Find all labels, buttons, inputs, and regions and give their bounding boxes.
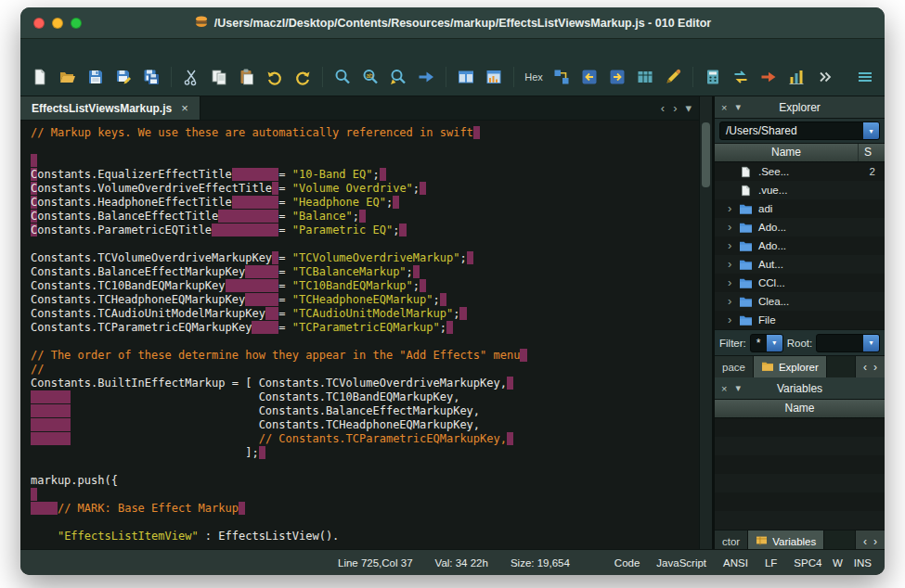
more-chevron-icon[interactable] (812, 65, 836, 89)
link-grid-icon[interactable] (549, 65, 574, 89)
root-input[interactable]: ▾ (816, 334, 880, 352)
tab-workspace[interactable]: pace (715, 356, 754, 377)
status-charset[interactable]: ANSI (723, 557, 748, 569)
file-row[interactable]: ›Ado... (715, 218, 885, 236)
close-window-button[interactable] (33, 18, 45, 29)
paste-icon[interactable] (235, 65, 259, 89)
minimize-window-button[interactable] (52, 18, 63, 29)
code-line-10: Constants.TCVolumeOverdriveMarkupKey = "… (31, 251, 699, 265)
vars-tabs-right-icon[interactable]: › (873, 535, 877, 548)
file-name: Ado... (758, 222, 786, 233)
app-icon (194, 14, 209, 32)
status-code-mode[interactable]: Code (614, 557, 640, 569)
table-icon[interactable] (633, 65, 657, 89)
open-folder-icon[interactable] (56, 65, 80, 89)
file-row[interactable]: ›File (715, 311, 885, 329)
disclosure-icon[interactable]: › (728, 200, 739, 217)
save-icon[interactable] (84, 65, 108, 89)
tab-explorer[interactable]: Explorer (754, 356, 827, 377)
file-row[interactable]: ›Clea... (715, 292, 885, 311)
panel-tabs-right-icon[interactable]: › (873, 361, 877, 374)
goto-icon[interactable] (414, 65, 438, 89)
tab-scroll-left-icon[interactable]: ‹ (661, 101, 665, 115)
editor-tab-bar: EffectsListViewsMarkup.js × ‹ › ▾ (20, 96, 699, 121)
file-size: 2 (870, 166, 875, 177)
code-line-9 (31, 237, 699, 251)
column-header-name[interactable]: Name (715, 144, 859, 161)
disclosure-icon[interactable]: › (728, 256, 739, 273)
pen-icon[interactable] (661, 65, 685, 89)
file-row[interactable]: ›CCl... (715, 274, 885, 292)
import-icon[interactable] (756, 65, 781, 89)
disclosure-icon[interactable]: › (728, 237, 739, 254)
path-dropdown-icon[interactable]: ▾ (863, 122, 879, 139)
file-name: Clea... (758, 296, 789, 307)
tab-list-dropdown-icon[interactable]: ▾ (685, 101, 692, 115)
explorer-path-select[interactable]: /Users/Shared ▾ (719, 121, 880, 140)
file-row[interactable]: .See...2 (715, 162, 885, 181)
variables-column-name[interactable]: Name (715, 400, 885, 417)
vars-tabs-left-icon[interactable]: ‹ (863, 535, 867, 548)
redo-icon[interactable] (291, 65, 315, 89)
code-editor[interactable]: // Markup keys. We use these are automat… (20, 121, 699, 549)
root-label: Root: (787, 338, 813, 349)
variables-column-headers: Name (715, 400, 885, 418)
tab-close-icon[interactable]: × (181, 101, 188, 115)
file-row[interactable]: ›Ado... (715, 236, 885, 255)
tab-effectslistviewsmarkup[interactable]: EffectsListViewsMarkup.js × (20, 96, 200, 120)
status-insert-mode[interactable]: INS (854, 557, 872, 569)
find-replace-icon[interactable]: ab (358, 65, 382, 89)
cut-icon[interactable] (179, 65, 203, 89)
find-icon[interactable] (330, 65, 355, 89)
calculator-icon[interactable] (701, 65, 725, 89)
chart-icon[interactable] (784, 65, 808, 89)
root-dropdown-icon[interactable]: ▾ (863, 335, 879, 352)
status-size: Size: 19,654 (511, 557, 570, 569)
menu-burger-icon[interactable] (853, 65, 877, 89)
column-header-size[interactable]: S (859, 144, 885, 161)
explorer-path-value: /Users/Shared (720, 124, 863, 137)
panel-compare-icon[interactable] (454, 65, 478, 89)
variables-menu-icon[interactable]: ▾ (735, 382, 741, 394)
disclosure-icon[interactable]: › (728, 275, 739, 291)
explorer-menu-icon[interactable]: ▾ (735, 101, 741, 113)
folder-icon (739, 314, 756, 326)
panel-histogram-icon[interactable] (482, 65, 506, 89)
jump-back-icon[interactable] (577, 65, 601, 89)
file-row[interactable]: ›Aut... (715, 255, 885, 274)
save-as-icon[interactable] (111, 65, 136, 89)
status-value: Val: 34 22h (435, 557, 488, 569)
disclosure-icon[interactable]: › (728, 293, 739, 310)
zoom-window-button[interactable] (71, 18, 82, 29)
status-linebreak[interactable]: LF (765, 557, 777, 569)
new-file-icon[interactable] (28, 65, 52, 89)
variables-close-icon[interactable]: × (721, 383, 727, 394)
disclosure-icon[interactable]: › (728, 312, 739, 328)
variables-icon (756, 535, 768, 547)
code-line-25 (31, 460, 699, 474)
status-indent[interactable]: SPC4 (794, 557, 821, 569)
convert-icon[interactable] (729, 65, 753, 89)
status-write-mode[interactable]: W (833, 557, 843, 569)
explorer-close-icon[interactable]: × (721, 102, 727, 113)
scrollbar-thumb[interactable] (702, 122, 710, 187)
filter-input[interactable]: * ▾ (750, 334, 783, 352)
tab-explorer-label: Explorer (779, 362, 819, 373)
file-row[interactable]: ›adi (715, 199, 885, 218)
explorer-panel-tabs: pace Explorer ‹ › (715, 355, 885, 377)
tab-variables-label: Variables (772, 536, 816, 547)
toolbar-separator (513, 67, 514, 87)
jump-forward-icon[interactable] (605, 65, 629, 89)
status-syntax[interactable]: JavaScript (656, 557, 706, 569)
copy-icon[interactable] (207, 65, 231, 89)
editor-vertical-scrollbar[interactable] (699, 96, 712, 549)
panel-tabs-left-icon[interactable]: ‹ (863, 361, 867, 374)
tab-scroll-right-icon[interactable]: › (673, 101, 677, 115)
undo-icon[interactable] (263, 65, 287, 89)
hex-mode-icon[interactable]: Hex (522, 65, 546, 89)
file-row[interactable]: .vue... (715, 181, 885, 199)
find-next-icon[interactable] (386, 65, 410, 89)
save-all-icon[interactable] (139, 65, 163, 89)
disclosure-icon[interactable]: › (728, 219, 739, 236)
filter-dropdown-icon[interactable]: ▾ (767, 335, 782, 352)
